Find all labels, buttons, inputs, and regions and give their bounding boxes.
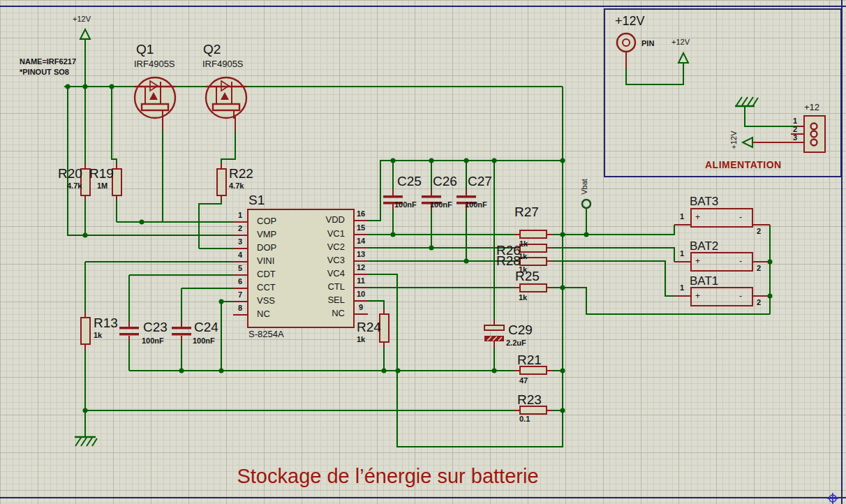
resistor-r25-body [520,284,547,292]
ic-pin-num-6: 6 [232,278,248,286]
r28-ref: R28 [496,254,521,267]
r25-ref: R25 [515,269,540,283]
ic-pin-num-3: 3 [232,238,248,246]
c23-ref: C23 [143,320,168,334]
ic-ref: S1 [248,193,265,207]
c23-val: 100nF [142,337,164,345]
alim-pin-terminal[interactable] [617,34,635,52]
bat3-pin1-num: 1 [676,213,684,221]
ic-pin-num-9: 9 [353,304,369,311]
wire-right-section[interactable] [368,63,798,371]
alim-pin-label: PIN [641,40,654,47]
ic-pin-num-2: 2 [232,225,248,232]
ic-pin-name-vc3: VC3 [299,255,345,265]
bat1-minus: - [739,292,742,300]
r19-ref: R19 [89,167,114,180]
r13-val: 1k [94,332,102,339]
bat1-ref: BAT1 [690,275,718,287]
resistor-r21-body [520,366,547,374]
q2-part: IRF4905S [202,59,244,68]
ic-pin-num-12: 12 [353,264,369,272]
r24-val: 1k [357,336,365,343]
schematic-sheet: +12V NAME=IRF6217 *PINOUT SO8 Q1 IRF4905… [0,0,846,504]
capacitor-c29-symbol[interactable] [484,325,504,341]
transistor-q2-symbol[interactable] [206,77,246,119]
bat1-pin1-num: 1 [676,284,684,292]
r22-ref: R22 [229,167,253,180]
bat2-pin1-num: 1 [676,250,684,258]
ic-pin-name-cdt: CDT [257,269,276,279]
r21-val: 47 [519,377,528,385]
component-pin-leads [85,52,804,410]
bat3-pin2-num: 2 [757,228,761,235]
ic-part: S-8254A [248,329,284,339]
r25-val: 1k [519,294,527,302]
sheet-title: Stockage de l’énergie sur batterie [232,466,543,487]
r27-ref: R27 [514,205,539,218]
alim-arrow-label: +12V [671,38,690,46]
q2-ref: Q2 [203,43,221,56]
bat2-plus: + [695,257,700,265]
alim-conn-pin-1: 1 [787,117,797,125]
bat1-plus: + [695,292,700,300]
resistor-r27-body [520,230,547,238]
ic-pin-name-cop: COP [257,216,276,225]
alim-conn-pin-2: 2 [787,126,797,133]
c27-ref: C27 [468,175,492,188]
note-line-1: NAME=IRF6217 [20,58,76,66]
ic-pin-name-vc1: VC1 [299,229,345,238]
bat2-minus: - [739,257,742,265]
ic-pin-name-ctl: CTL [299,282,345,291]
c25-val: 100nF [394,201,417,209]
ic-pin-num-10: 10 [353,290,369,298]
r13-ref: R13 [94,316,118,329]
note-line-2: *PINOUT SO8 [20,68,69,76]
c25-ref: C25 [397,175,422,188]
alim-header-label: +12V [615,15,645,27]
bat2-pin2-num: 2 [757,265,761,272]
c26-val: 100nF [430,201,452,209]
ic-pin-name-vdd: VDD [299,215,345,224]
ic-pin-num-4: 4 [232,251,248,259]
c24-val: 100nF [193,337,215,345]
ic-pin-num-15: 15 [353,224,369,232]
power-arrow-top-left [80,29,90,39]
ic-pin-name-vc4: VC4 [299,269,345,278]
ic-pin-num-7: 7 [232,291,248,299]
alim-connector[interactable] [804,116,825,152]
r23-val: 0.1 [519,415,530,423]
ic-pin-name-dop: DOP [257,243,276,252]
q1-part: IRF4905S [134,59,175,68]
vbat-net-label: Vbat [581,177,588,198]
power-arrow-connector [743,138,752,147]
battery-boxes[interactable] [691,209,752,306]
q1-ref: Q1 [136,43,154,56]
resistor-r22-body [217,169,226,195]
alim-connector-label: +12 [804,103,819,112]
bat3-plus: + [695,213,700,221]
ic-pin-num-11: 11 [353,277,369,285]
battery-bat2-body [691,253,752,271]
c27-val: 100nF [465,201,487,209]
ic-pin-name-vini: VINI [257,256,274,265]
r24-ref: R24 [357,320,381,334]
c26-ref: C26 [433,175,457,188]
ic-pin-num-14: 14 [353,237,369,245]
transistor-q1-symbol[interactable] [135,77,175,119]
ic-pin-name-cct: CCT [257,283,276,292]
ic-pin-num-8: 8 [232,304,248,312]
r20-ref: R20 [58,167,82,180]
resistor-r19-body [112,169,121,195]
r20-val: 4.7k [67,182,82,190]
vbat-terminal-icon[interactable] [582,200,591,208]
ic-pin-num-13: 13 [353,251,369,258]
r19-val: 1M [97,182,107,190]
bat2-ref: BAT2 [690,240,718,252]
c29-val: 2.2uF [506,339,526,347]
ic-pin-name-nc9: NC [299,309,345,318]
ground-icons[interactable] [75,97,758,446]
origin-marker-icon [827,493,838,504]
bat3-ref: BAT3 [690,195,718,207]
net-label-12v-rail: +12V [73,15,91,23]
ic-pin-name-vmp: VMP [257,230,276,239]
